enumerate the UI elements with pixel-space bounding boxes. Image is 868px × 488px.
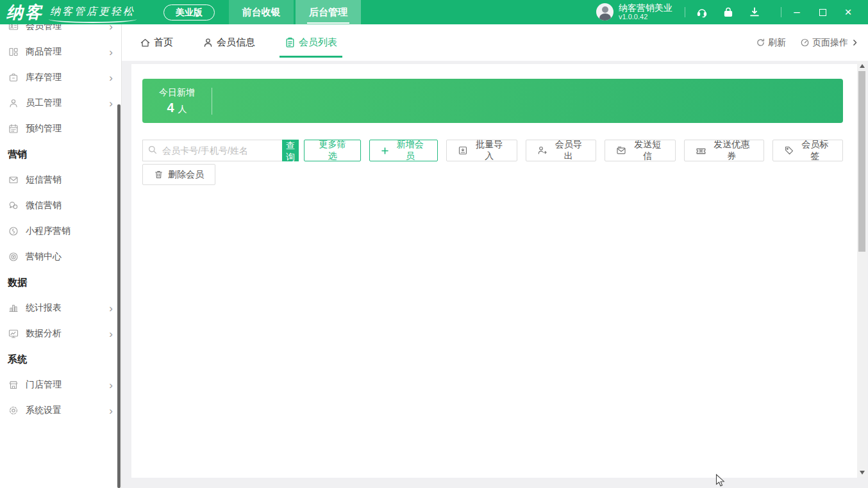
send-coupon-button[interactable]: 发送优惠券 [684, 140, 764, 161]
sidebar-item-4[interactable]: 预约管理 [0, 116, 121, 142]
batch-import-button[interactable]: 批量导入 [446, 140, 517, 161]
scrollbar-thumb[interactable] [858, 71, 865, 252]
tab-bar: 首页 会员信息 会员列表 刷新 页面操作 [122, 24, 868, 61]
more-filter-button[interactable]: 更多筛选 [304, 140, 361, 161]
send-coupon-label: 发送优惠券 [711, 139, 753, 162]
page-operations-label: 页面操作 [812, 37, 848, 49]
support-headset-icon[interactable] [696, 6, 708, 18]
search-button[interactable]: 查询 [282, 140, 299, 161]
coupon-icon [696, 145, 706, 156]
divider [685, 7, 685, 17]
tab-member-info[interactable]: 会员信息 [203, 24, 255, 61]
sidebar-item-7[interactable]: 微信营销 [0, 193, 121, 218]
sidebar-item-label: 系统设置 [26, 405, 62, 416]
sidebar-section: 系统 [0, 346, 121, 372]
staff-icon [8, 97, 19, 109]
sidebar-item-label: 短信营销 [26, 174, 62, 186]
lock-icon[interactable] [722, 6, 734, 18]
edition-button[interactable]: 美业版 [163, 4, 215, 20]
chevron-right-icon: › [109, 98, 113, 109]
user-account[interactable]: 纳客营销美业 v1.0.0.42 [596, 3, 672, 20]
search-input[interactable] [142, 140, 282, 161]
analysis-icon [8, 328, 19, 339]
member-icon [203, 37, 213, 48]
sidebar-item-label: 员工管理 [26, 97, 62, 109]
stat-card-value: 4 [167, 101, 174, 115]
divider [781, 7, 781, 17]
refresh-button[interactable]: 刷新 [756, 37, 786, 49]
more-filter-label: 更多筛选 [315, 139, 349, 162]
trash-icon [154, 170, 163, 179]
page-operations-icon [800, 38, 810, 47]
minimize-button[interactable]: – [786, 0, 808, 24]
sidebar-item-14[interactable]: 门店管理› [0, 372, 121, 398]
add-member-button[interactable]: 新增会员 [369, 140, 438, 161]
refresh-icon [756, 38, 765, 47]
content-scrollbar[interactable] [857, 61, 867, 477]
marketing-center-icon [8, 251, 19, 263]
sidebar-item-9[interactable]: 营销中心 [0, 244, 121, 270]
chevron-right-icon: › [109, 329, 113, 339]
members-icon [8, 24, 19, 32]
chevron-right-icon: › [109, 24, 113, 32]
sidebar-item-12[interactable]: 数据分析› [0, 321, 121, 346]
export-member-button[interactable]: 会员导出 [526, 140, 596, 161]
chevron-right-icon: › [109, 380, 113, 391]
tab-label: 首页 [154, 37, 173, 49]
page-operations-button[interactable]: 页面操作 [800, 37, 859, 49]
sidebar-item-label: 微信营销 [26, 200, 62, 211]
sidebar-item-label: 商品管理 [26, 46, 62, 58]
stat-card-title: 今日新增 [142, 87, 212, 99]
delete-member-button[interactable]: 删除会员 [142, 164, 215, 185]
nav-tab-back-office[interactable]: 后台管理 [296, 0, 361, 28]
stat-cards: 今日新增4人 [142, 79, 843, 123]
tab-label: 会员信息 [217, 37, 255, 49]
maximize-button[interactable] [812, 0, 833, 24]
sidebar-item-0[interactable]: 会员管理› [0, 24, 121, 39]
sidebar-item-8[interactable]: 小程序营销 [0, 218, 121, 244]
content-panel: 今日新增4人 查询 更多筛选 新增会员 批量导入 [131, 64, 857, 478]
close-button[interactable]: × [837, 0, 859, 24]
sidebar-item-1[interactable]: 商品管理› [0, 39, 121, 65]
sidebar-scrollbar[interactable] [117, 104, 121, 488]
sidebar-section: 营销 [0, 142, 121, 167]
app-logo: 纳客 [6, 1, 44, 24]
stat-card-0: 今日新增4人 [142, 79, 843, 123]
member-tag-button[interactable]: 会员标签 [772, 140, 843, 161]
sidebar-item-3[interactable]: 员工管理› [0, 90, 121, 116]
scroll-up-button[interactable] [857, 61, 867, 70]
tab-home[interactable]: 首页 [140, 24, 173, 61]
send-sms-button[interactable]: 发送短信 [605, 140, 675, 161]
send-sms-label: 发送短信 [631, 139, 664, 162]
sidebar: 会员管理›商品管理›库存管理›员工管理›预约管理营销短信营销微信营销小程序营销营… [0, 24, 122, 488]
tab-member-list[interactable]: 会员列表 [285, 24, 337, 61]
plus-icon [381, 147, 389, 155]
sidebar-item-label: 数据分析 [26, 328, 62, 339]
sidebar-item-label: 门店管理 [26, 379, 62, 391]
app-slogan: 纳客管店更轻松 [50, 5, 135, 19]
sidebar-item-11[interactable]: 统计报表› [0, 295, 121, 321]
miniprogram-icon [8, 225, 19, 237]
sidebar-item-15[interactable]: 系统设置› [0, 398, 121, 423]
search-icon [147, 145, 158, 158]
app-version: v1.0.0.42 [619, 13, 672, 20]
settings-icon [8, 405, 19, 416]
divider [212, 88, 212, 115]
nav-tab-front-desk[interactable]: 前台收银 [229, 0, 294, 24]
user-name: 纳客营销美业 [619, 3, 672, 13]
chevron-right-icon: › [109, 72, 113, 83]
chevron-right-icon [851, 38, 859, 47]
import-icon [458, 145, 468, 156]
sidebar-menu: 会员管理›商品管理›库存管理›员工管理›预约管理营销短信营销微信营销小程序营销营… [0, 24, 121, 423]
report-icon [8, 302, 19, 314]
scroll-down-button[interactable] [857, 468, 867, 477]
sidebar-item-6[interactable]: 短信营销 [0, 167, 121, 193]
store-icon [8, 379, 19, 391]
sidebar-item-label: 库存管理 [26, 72, 62, 83]
home-icon [140, 37, 151, 48]
stat-card-unit: 人 [178, 104, 187, 114]
sidebar-item-2[interactable]: 库存管理› [0, 65, 121, 90]
member-tag-label: 会员标签 [799, 139, 831, 162]
download-icon[interactable] [749, 6, 760, 18]
chevron-right-icon: › [109, 405, 113, 416]
